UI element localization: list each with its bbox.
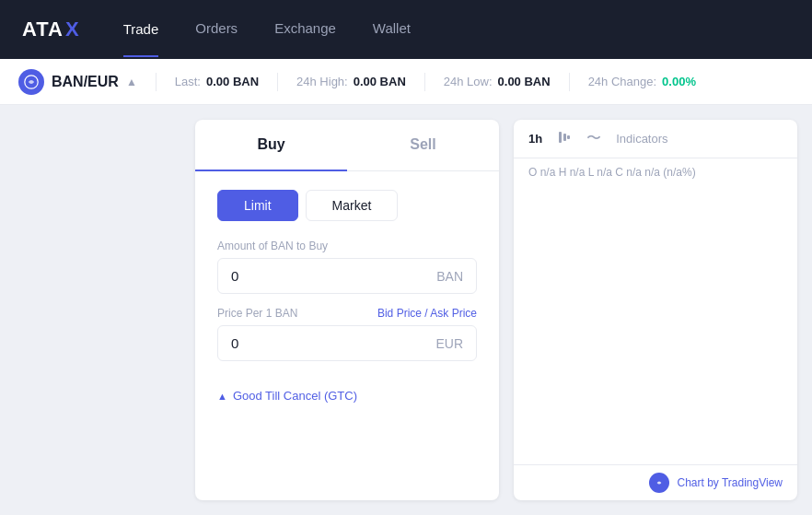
ticker-last-value: 0.00 BAN <box>206 75 259 88</box>
gtc-label: Good Till Cancel (GTC) <box>233 389 357 403</box>
logo-text: ATA <box>22 18 64 41</box>
bid-ask-link[interactable]: Bid Price / Ask Price <box>377 307 477 320</box>
gtc-row[interactable]: ▲ Good Till Cancel (GTC) <box>195 383 499 417</box>
ticker-arrow[interactable]: ▲ <box>126 76 137 88</box>
logo: ATA X <box>22 18 79 41</box>
ticker-change-value: 0.00% <box>662 75 696 88</box>
ticker-last-label: Last: <box>175 75 201 88</box>
ticker-divider-2 <box>277 73 278 91</box>
amount-input[interactable] <box>231 268 436 284</box>
ticker-high-label: 24h High: <box>296 75 348 88</box>
trade-panel: Buy Sell Limit Market Amount of BAN to B… <box>195 120 499 500</box>
buy-sell-tabs: Buy Sell <box>195 120 499 171</box>
ticker-pair-name: BAN/EUR <box>52 74 119 90</box>
nav-trade[interactable]: Trade <box>123 21 159 57</box>
chart-toolbar: 1h 〜 Indicators <box>514 120 797 158</box>
ticker-low-value: 0.00 BAN <box>498 75 551 88</box>
order-type-row: Limit Market <box>195 171 499 230</box>
ticker-last: Last: 0.00 BAN <box>175 75 259 88</box>
amount-section: Amount of BAN to Buy BAN Price Per 1 BAN… <box>195 230 499 383</box>
ticker-change-label: 24h Change: <box>588 75 656 88</box>
navbar: ATA X Trade Orders Exchange Wallet <box>0 0 812 59</box>
tradingview-icon <box>649 473 669 493</box>
ticker-bar: BAN/EUR ▲ Last: 0.00 BAN 24h High: 0.00 … <box>0 59 812 105</box>
ticker-high: 24h High: 0.00 BAN <box>296 75 406 88</box>
ticker-icon <box>18 69 44 95</box>
tradingview-label: Chart by TradingView <box>677 476 783 489</box>
chart-wave-icon[interactable]: 〜 <box>586 129 601 148</box>
svg-rect-3 <box>567 135 570 139</box>
tab-sell[interactable]: Sell <box>347 120 499 171</box>
chart-panel: 1h 〜 Indicators O n/a H n/a L n/a C n/a … <box>514 120 797 500</box>
main-content: Buy Sell Limit Market Amount of BAN to B… <box>0 105 812 515</box>
amount-unit: BAN <box>436 269 463 284</box>
price-label-row: Price Per 1 BAN Bid Price / Ask Price <box>217 307 477 320</box>
chart-stats: O n/a H n/a L n/a C n/a n/a (n/a%) <box>514 158 797 186</box>
price-unit: EUR <box>435 336 463 351</box>
logo-x: X <box>65 18 79 41</box>
price-input-wrap[interactable]: EUR <box>217 325 477 361</box>
left-area <box>15 120 180 500</box>
chart-type-icon[interactable] <box>557 130 572 148</box>
amount-input-wrap[interactable]: BAN <box>217 258 477 294</box>
tab-buy[interactable]: Buy <box>195 120 347 171</box>
chart-footer: Chart by TradingView <box>514 464 797 500</box>
amount-label: Amount of BAN to Buy <box>217 240 477 252</box>
nav-links: Trade Orders Exchange Wallet <box>123 20 411 40</box>
price-input[interactable] <box>231 335 435 351</box>
svg-rect-2 <box>563 134 566 141</box>
indicators-button[interactable]: Indicators <box>616 132 667 146</box>
nav-wallet[interactable]: Wallet <box>373 20 411 40</box>
ticker-high-value: 0.00 BAN <box>354 75 406 88</box>
ticker-divider <box>156 73 157 91</box>
nav-exchange[interactable]: Exchange <box>274 20 336 40</box>
chart-time-button[interactable]: 1h <box>528 132 542 146</box>
ticker-divider-3 <box>424 73 425 91</box>
gtc-chevron-icon: ▲ <box>217 391 227 402</box>
chart-body <box>514 186 797 464</box>
limit-button[interactable]: Limit <box>217 190 298 221</box>
ticker-change: 24h Change: 0.00% <box>588 75 696 88</box>
ticker-low: 24h Low: 0.00 BAN <box>444 75 551 88</box>
nav-orders[interactable]: Orders <box>195 20 238 40</box>
price-label: Price Per 1 BAN <box>217 307 297 320</box>
market-button[interactable]: Market <box>306 190 399 221</box>
ticker-low-label: 24h Low: <box>444 75 493 88</box>
ticker-divider-4 <box>569 73 570 91</box>
ticker-pair: BAN/EUR ▲ <box>18 69 137 95</box>
svg-rect-1 <box>559 132 562 143</box>
